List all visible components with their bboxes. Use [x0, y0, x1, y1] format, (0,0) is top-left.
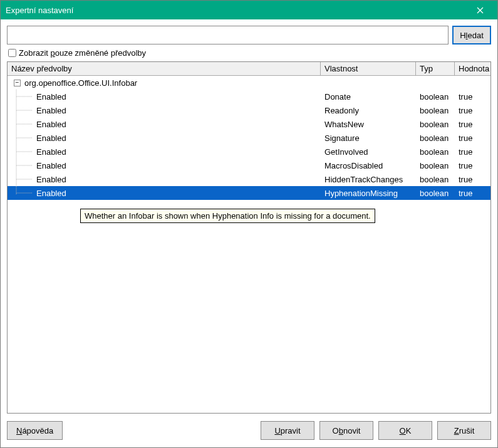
ok-button[interactable]: OK	[378, 421, 432, 440]
table-row[interactable]: EnabledWhatsNewbooleantrue	[8, 117, 490, 131]
pref-value-cell: true	[455, 106, 490, 115]
pref-name-cell: Enabled	[36, 92, 66, 102]
edit-button[interactable]: Upravit	[261, 421, 314, 440]
pref-property-cell: Signature	[321, 133, 416, 143]
pref-type-cell: boolean	[416, 106, 455, 115]
table-row[interactable]: EnabledHiddenTrackChangesbooleantrue	[8, 172, 490, 186]
pref-name-cell: Enabled	[36, 106, 66, 115]
pref-property-cell: HyphenationMissing	[321, 189, 416, 198]
close-button[interactable]	[467, 1, 492, 19]
pref-type-cell: boolean	[416, 92, 455, 102]
column-header-type[interactable]: Typ	[416, 62, 455, 75]
column-header-value[interactable]: Hodnota	[455, 62, 490, 75]
reset-button[interactable]: Obnovit	[319, 421, 373, 440]
show-modified-only-label: Zobrazit pouze změněné předvolby	[19, 48, 146, 58]
search-button[interactable]: Hledat	[452, 26, 491, 44]
pref-value-cell: true	[455, 147, 490, 157]
pref-value-cell: true	[455, 133, 490, 143]
pref-property-cell: MacrosDisabled	[321, 161, 416, 170]
pref-value-cell: true	[455, 189, 490, 198]
pref-name-cell: Enabled	[36, 120, 66, 129]
pref-type-cell: boolean	[416, 133, 455, 143]
window-title: Expertní nastavení	[6, 6, 73, 15]
table-row[interactable]: EnabledReadonlybooleantrue	[8, 103, 490, 117]
titlebar: Expertní nastavení	[1, 1, 497, 19]
pref-name-cell: Enabled	[36, 189, 66, 198]
pref-value-cell: true	[455, 92, 490, 102]
pref-type-cell: boolean	[416, 175, 455, 184]
search-row: Hledat	[7, 26, 491, 44]
pref-value-cell: true	[455, 120, 490, 129]
pref-property-cell: GetInvolved	[321, 147, 416, 157]
table-row[interactable]: EnabledHyphenationMissingbooleantrue	[8, 186, 490, 200]
table-body: − org.openoffice.Office.UI.Infobar Enabl…	[8, 76, 490, 200]
preferences-table: Název předvolby Vlastnost Typ Hodnota	[7, 61, 491, 414]
pref-name-cell: Enabled	[36, 161, 66, 170]
pref-name-cell: Enabled	[36, 147, 66, 157]
pref-property-cell: Donate	[321, 92, 416, 102]
pref-type-cell: boolean	[416, 147, 455, 157]
show-modified-only-row[interactable]: Zobrazit pouze změněné předvolby	[7, 48, 491, 58]
table-row[interactable]: EnabledDonatebooleantrue	[8, 90, 490, 103]
tree-group-row[interactable]: − org.openoffice.Office.UI.Infobar	[8, 76, 490, 90]
pref-type-cell: boolean	[416, 161, 455, 170]
column-header-property[interactable]: Vlastnost	[321, 62, 416, 75]
pref-type-cell: boolean	[416, 120, 455, 129]
pref-property-cell: Readonly	[321, 106, 416, 115]
search-input[interactable]	[7, 26, 449, 44]
table-row[interactable]: EnabledGetInvolvedbooleantrue	[8, 145, 490, 159]
help-button[interactable]: Nápověda	[7, 421, 63, 440]
pref-property-cell: WhatsNew	[321, 120, 416, 129]
cancel-button[interactable]: Zrušit	[437, 421, 491, 440]
column-header-name[interactable]: Název předvolby	[8, 62, 321, 75]
tooltip: Whether an Infobar is shown when Hyphena…	[80, 209, 375, 223]
dialog-content: Hledat Zobrazit pouze změněné předvolby …	[1, 19, 497, 447]
collapse-icon[interactable]: −	[14, 80, 21, 86]
button-bar: Nápověda Upravit Obnovit OK Zrušit	[7, 414, 491, 440]
pref-property-cell: HiddenTrackChanges	[321, 175, 416, 184]
pref-name-cell: Enabled	[36, 175, 66, 184]
table-row[interactable]: EnabledSignaturebooleantrue	[8, 131, 490, 145]
table-header: Název předvolby Vlastnost Typ Hodnota	[8, 62, 490, 76]
pref-name-cell: Enabled	[36, 133, 66, 143]
table-row[interactable]: EnabledMacrosDisabledbooleantrue	[8, 159, 490, 172]
pref-value-cell: true	[455, 175, 490, 184]
pref-type-cell: boolean	[416, 189, 455, 198]
pref-value-cell: true	[455, 161, 490, 170]
tree-group-label: org.openoffice.Office.UI.Infobar	[23, 78, 137, 88]
show-modified-only-checkbox[interactable]	[8, 49, 16, 57]
